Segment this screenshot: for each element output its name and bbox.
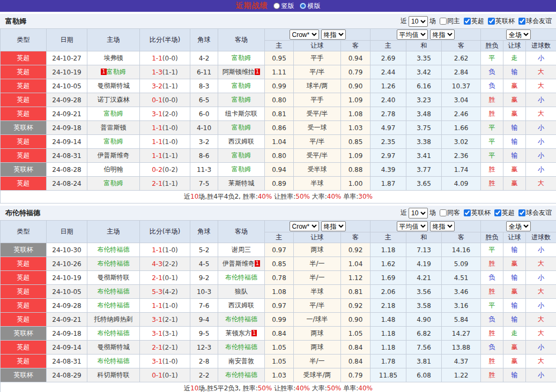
- filter-checkbox[interactable]: [518, 18, 525, 25]
- handicap-result-cell: 赢: [503, 79, 526, 93]
- home-team-cell: 托特纳姆热刺: [87, 313, 140, 327]
- summary-row: 近10场,胜4平4负2, 胜率:40% 让胜率:50% 大率:40% 单率:30…: [1, 191, 556, 203]
- column-header: 比分(半场): [140, 29, 190, 51]
- full-time-score: 5-3: [152, 288, 162, 296]
- home-team-name: 曼彻斯特城: [98, 82, 130, 89]
- home-team-name: 布伦特福德: [98, 288, 130, 295]
- avg-away-odds-cell: 2.46: [442, 107, 481, 121]
- home-team-name: 布伦特福德: [98, 357, 130, 365]
- filter-option-球会友谊[interactable]: 球会友谊: [516, 208, 552, 217]
- odds-source-select[interactable]: 终指: [321, 29, 346, 40]
- handicap-line-cell: 平/半: [294, 299, 341, 313]
- result-cell: 胜: [481, 285, 503, 299]
- avg-home-odds-cell: 1.62: [370, 257, 406, 271]
- handicap-line-cell: 平/半: [294, 135, 341, 149]
- avg-away-odds-cell: 1.66: [442, 121, 481, 135]
- avg-home-odds-cell: 1.26: [370, 79, 406, 93]
- orientation-option-vertical[interactable]: 竖版: [273, 2, 294, 11]
- odds-source-select[interactable]: 终指: [321, 221, 346, 231]
- handicap-result-cell: 赢: [503, 107, 526, 121]
- filter-option-英超[interactable]: 英超: [462, 17, 484, 26]
- odds-source-select[interactable]: 平均值: [397, 221, 428, 231]
- match-date: 24-08-28: [47, 163, 87, 177]
- filter-option-球会友谊[interactable]: 球会友谊: [516, 17, 552, 26]
- games-count-select[interactable]: 10: [409, 16, 428, 27]
- filter-checkbox[interactable]: [464, 18, 471, 25]
- home-team-cell: 布伦特福德: [87, 355, 140, 368]
- away-team-cell: 布伦特福德: [218, 368, 265, 382]
- odds-source-select[interactable]: Crow*: [290, 29, 319, 40]
- away-team-cell: 莱顿东方1: [218, 327, 265, 341]
- avg-away-odds-cell: 2.36: [442, 149, 481, 163]
- match-row: 英超24-09-28布伦特福德1-1(1-0)7-6西汉姆联0.97平/半0.9…: [1, 299, 556, 313]
- odds-source-select[interactable]: 全场: [506, 221, 531, 231]
- odds-source-select[interactable]: Crow*: [290, 221, 319, 231]
- avg-away-odds-cell: 3.04: [442, 93, 481, 107]
- odds-source-select[interactable]: 全场: [506, 29, 531, 40]
- away-team-name: 富勒姆: [232, 96, 251, 103]
- filter-checkbox[interactable]: [518, 209, 525, 216]
- result-cell: 胜: [481, 355, 503, 368]
- avg-home-odds-cell: 1.18: [370, 327, 406, 341]
- score-cell: 0-1(0-0): [140, 93, 190, 107]
- odds-source-select[interactable]: 平均值: [397, 29, 428, 40]
- avg-draw-odds-cell: 3.77: [406, 163, 442, 177]
- half-time-score: (1-0): [162, 124, 178, 132]
- home-team-name: 富勒姆: [107, 68, 126, 76]
- full-time-score: 0-1: [152, 372, 162, 379]
- avg-home-odds-cell: 4.39: [370, 163, 406, 177]
- filter-option-同主[interactable]: 同主: [438, 17, 460, 26]
- home-odds-cell: 1.11: [265, 65, 294, 79]
- column-header: 主场: [87, 221, 140, 243]
- odds-source-select[interactable]: 终指: [430, 221, 455, 231]
- full-time-score: 1-1: [152, 246, 162, 254]
- sub-column-header: 让球: [294, 41, 341, 51]
- half-time-score: (2-2): [162, 260, 178, 268]
- avg-draw-odds-cell: 6.16: [406, 79, 442, 93]
- filter-checkbox[interactable]: [440, 18, 447, 25]
- avg-home-odds-cell: 2.40: [370, 93, 406, 107]
- avg-draw-odds-cell: 7.13: [406, 243, 442, 257]
- handicap-result-cell: 赢: [503, 285, 526, 299]
- corners-cell: 3-2: [190, 135, 218, 149]
- vertical-radio[interactable]: [273, 3, 280, 9]
- handicap-result-cell: 输: [503, 299, 526, 313]
- handicap-line-cell: 受平/半: [294, 107, 341, 121]
- filter-checkbox[interactable]: [440, 209, 447, 216]
- result-cell: 胜: [481, 177, 503, 191]
- corners-cell: 9-5: [190, 327, 218, 341]
- filter-option-英联杯[interactable]: 英联杯: [486, 17, 515, 26]
- handicap-result-cell: 输: [503, 149, 526, 163]
- away-odds-cell: 1.00: [341, 177, 370, 191]
- home-team-name: 伊普斯维奇: [98, 152, 130, 159]
- horizontal-radio[interactable]: [300, 3, 306, 9]
- filter-checkbox-label: 英超: [502, 208, 515, 217]
- handicap-result-cell: 输: [503, 65, 526, 79]
- home-odds-cell: 1.04: [265, 135, 294, 149]
- filter-checkbox[interactable]: [464, 209, 471, 216]
- odds-source-select[interactable]: 终指: [430, 29, 455, 40]
- filter-checkbox[interactable]: [488, 18, 495, 25]
- score-cell: 1-1(1-0): [140, 243, 190, 257]
- filter-option-英联杯[interactable]: 英联杯: [462, 208, 491, 217]
- games-count-select[interactable]: 10: [409, 208, 428, 218]
- result-cell: 平: [481, 135, 503, 149]
- full-time-score: 3-1: [152, 316, 162, 323]
- away-team-cell: 布伦特福德: [218, 271, 265, 285]
- avg-away-odds-cell: 5.84: [442, 313, 481, 327]
- goals-total-cell: 大: [526, 355, 556, 368]
- orientation-option-horizontal[interactable]: 横版: [300, 2, 321, 11]
- team-section: 布伦特福德近10场同客英联杯英超球会友谊类型日期主场比分(半场)角球客场Crow…: [0, 206, 556, 392]
- match-date: 24-10-19: [47, 65, 87, 79]
- filter-option-同客[interactable]: 同客: [438, 208, 460, 217]
- goals-total-cell: 小: [526, 121, 556, 135]
- league-badge: 英超: [1, 177, 47, 191]
- match-row: 英超24-08-31伊普斯维奇1-1(1-1)8-6富勒姆0.80受平/半1.0…: [1, 149, 556, 163]
- handicap-result-cell: 赢: [503, 341, 526, 355]
- column-header: 客场: [218, 29, 265, 51]
- filter-option-英超[interactable]: 英超: [492, 208, 515, 217]
- half-time-score: (4-2): [162, 288, 178, 296]
- filter-checkbox[interactable]: [494, 209, 501, 216]
- away-odds-cell: 0.81: [341, 285, 370, 299]
- match-row: 英联杯24-10-30布伦特福德1-1(1-0)5-2谢周三0.97两球0.92…: [1, 243, 556, 257]
